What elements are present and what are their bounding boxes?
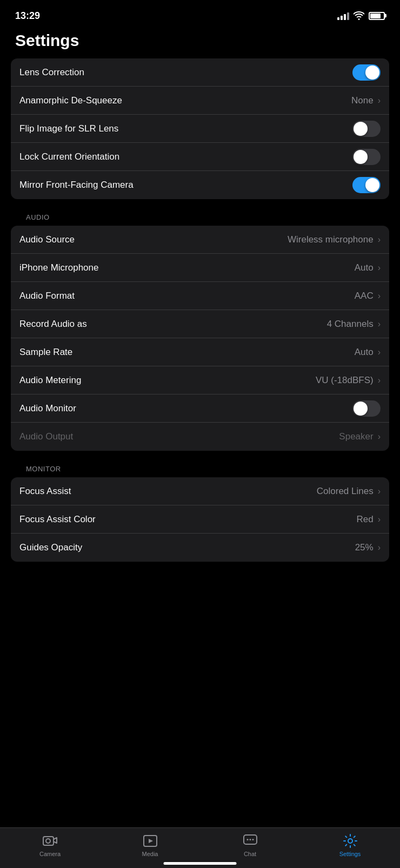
- focus-assist-label: Focus Assist: [19, 486, 317, 497]
- iphone-microphone-label: iPhone Microphone: [19, 262, 355, 273]
- chevron-icon: ›: [378, 319, 381, 329]
- tab-chat-label: Chat: [244, 851, 256, 857]
- settings-tab-icon: [343, 833, 358, 849]
- tab-settings-label: Settings: [339, 851, 361, 857]
- camera-tab-icon: [43, 833, 58, 849]
- focus-assist-color-label: Focus Assist Color: [19, 514, 356, 525]
- svg-point-8: [348, 839, 352, 843]
- lock-orientation-label: Lock Current Orientation: [19, 152, 352, 162]
- iphone-microphone-row[interactable]: iPhone Microphone Auto ›: [11, 254, 389, 282]
- svg-rect-0: [43, 837, 54, 845]
- focus-assist-row[interactable]: Focus Assist Colored Lines ›: [11, 477, 389, 505]
- mirror-camera-label: Mirror Front-Facing Camera: [19, 180, 352, 190]
- guides-opacity-row[interactable]: Guides Opacity 25% ›: [11, 534, 389, 562]
- settings-container: Lens Correction Anamorphic De-Squeeze No…: [0, 58, 400, 620]
- tab-media-label: Media: [142, 851, 158, 857]
- camera-settings-group: Lens Correction Anamorphic De-Squeeze No…: [11, 58, 389, 199]
- flip-image-row[interactable]: Flip Image for SLR Lens: [11, 115, 389, 143]
- lock-orientation-toggle[interactable]: [352, 149, 381, 165]
- svg-point-7: [252, 839, 254, 840]
- audio-monitor-toggle[interactable]: [352, 400, 381, 417]
- tab-media[interactable]: Media: [129, 833, 172, 857]
- sample-rate-value: Auto ›: [355, 347, 381, 358]
- signal-bars-icon: [337, 11, 349, 20]
- guides-opacity-value: 25% ›: [355, 542, 381, 553]
- monitor-settings-group: Focus Assist Colored Lines › Focus Assis…: [11, 477, 389, 562]
- lens-correction-label: Lens Correction: [19, 67, 352, 78]
- chevron-icon: ›: [378, 486, 381, 496]
- audio-metering-label: Audio Metering: [19, 375, 316, 386]
- anamorphic-desqueeze-label: Anamorphic De-Squeeze: [19, 95, 351, 106]
- audio-source-label: Audio Source: [19, 234, 288, 245]
- tab-settings[interactable]: Settings: [329, 833, 372, 857]
- monitor-section-header: MONITOR: [11, 455, 389, 477]
- record-audio-label: Record Audio as: [19, 319, 327, 330]
- chevron-icon: ›: [378, 96, 381, 106]
- chevron-icon: ›: [378, 263, 381, 273]
- home-indicator: [164, 862, 237, 865]
- status-bar: 13:29: [0, 0, 400, 27]
- anamorphic-desqueeze-row[interactable]: Anamorphic De-Squeeze None ›: [11, 87, 389, 115]
- lens-correction-toggle[interactable]: [352, 64, 381, 81]
- sample-rate-label: Sample Rate: [19, 347, 355, 358]
- tab-camera-label: Camera: [39, 851, 61, 857]
- svg-point-5: [246, 839, 248, 840]
- svg-point-6: [249, 839, 251, 840]
- tab-camera[interactable]: Camera: [29, 833, 72, 857]
- audio-output-row[interactable]: Audio Output Speaker ›: [11, 423, 389, 451]
- chevron-icon: ›: [378, 543, 381, 553]
- status-icons: [337, 11, 385, 20]
- iphone-microphone-value: Auto ›: [355, 262, 381, 273]
- audio-section-header: AUDIO: [11, 203, 389, 226]
- focus-assist-color-value: Red ›: [356, 514, 381, 525]
- mirror-camera-toggle[interactable]: [352, 177, 381, 193]
- anamorphic-desqueeze-value: None ›: [351, 95, 381, 106]
- wifi-icon: [354, 11, 364, 20]
- audio-format-row[interactable]: Audio Format AAC ›: [11, 282, 389, 310]
- audio-format-label: Audio Format: [19, 291, 355, 301]
- page-title: Settings: [0, 27, 400, 58]
- tab-chat[interactable]: Chat: [229, 833, 272, 857]
- audio-source-value: Wireless microphone ›: [288, 234, 381, 245]
- audio-settings-group: Audio Source Wireless microphone › iPhon…: [11, 226, 389, 451]
- chevron-icon: ›: [378, 235, 381, 245]
- chat-tab-icon: [243, 833, 258, 849]
- lock-orientation-row[interactable]: Lock Current Orientation: [11, 143, 389, 171]
- sample-rate-row[interactable]: Sample Rate Auto ›: [11, 338, 389, 366]
- record-audio-row[interactable]: Record Audio as 4 Channels ›: [11, 310, 389, 338]
- lens-correction-row[interactable]: Lens Correction: [11, 58, 389, 87]
- chevron-icon: ›: [378, 515, 381, 524]
- audio-monitor-label: Audio Monitor: [19, 403, 352, 414]
- chevron-icon: ›: [378, 291, 381, 301]
- chevron-icon: ›: [378, 432, 381, 442]
- mirror-camera-row[interactable]: Mirror Front-Facing Camera: [11, 171, 389, 199]
- audio-metering-value: VU (-18dBFS) ›: [316, 375, 381, 386]
- audio-monitor-row[interactable]: Audio Monitor: [11, 394, 389, 423]
- audio-output-value: Speaker ›: [339, 431, 381, 442]
- audio-metering-row[interactable]: Audio Metering VU (-18dBFS) ›: [11, 366, 389, 394]
- chevron-icon: ›: [378, 347, 381, 357]
- chevron-icon: ›: [378, 376, 381, 385]
- focus-assist-value: Colored Lines ›: [317, 486, 381, 497]
- audio-output-label: Audio Output: [19, 431, 339, 442]
- status-time: 13:29: [15, 10, 40, 22]
- record-audio-value: 4 Channels ›: [327, 319, 381, 330]
- flip-image-toggle[interactable]: [352, 121, 381, 137]
- tab-bar: Camera Media Chat Settings: [0, 827, 400, 868]
- media-tab-icon: [143, 833, 158, 849]
- guides-opacity-label: Guides Opacity: [19, 542, 355, 553]
- flip-image-label: Flip Image for SLR Lens: [19, 123, 352, 134]
- audio-format-value: AAC ›: [355, 291, 381, 301]
- audio-source-row[interactable]: Audio Source Wireless microphone ›: [11, 226, 389, 254]
- focus-assist-color-row[interactable]: Focus Assist Color Red ›: [11, 505, 389, 534]
- svg-marker-3: [149, 839, 153, 843]
- svg-point-1: [46, 839, 50, 843]
- battery-icon: [369, 12, 385, 20]
